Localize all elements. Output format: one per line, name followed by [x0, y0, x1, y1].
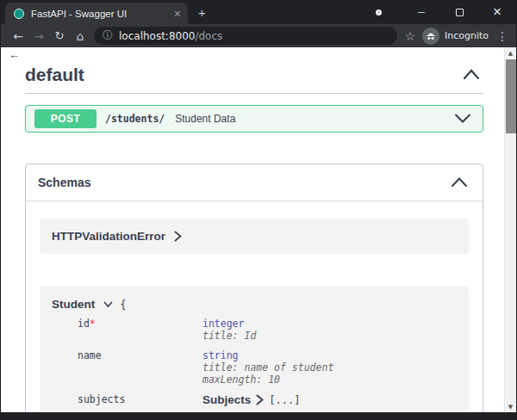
- forward-icon[interactable]: →: [28, 29, 49, 43]
- property-meta: maxLength: 10: [202, 374, 333, 386]
- property-name: id*: [78, 318, 202, 342]
- page-content: default POST /students/ Student Data Sch…: [1, 47, 504, 412]
- subjects-ref-toggle[interactable]: Subjects [...]: [202, 393, 300, 406]
- tab-close-icon[interactable]: ×: [174, 7, 181, 21]
- endpoint-summary: Student Data: [175, 113, 235, 125]
- property-name: name: [78, 349, 202, 386]
- url-path: /docs: [195, 30, 222, 42]
- tab-title: FastAPI - Swagger UI: [31, 9, 169, 19]
- minimize-button[interactable]: ─: [402, 0, 440, 24]
- model-httpvalidationerror[interactable]: HTTPValidationError: [40, 219, 469, 254]
- bookmark-star-icon[interactable]: ☆: [404, 29, 415, 43]
- incognito-icon: [422, 28, 439, 45]
- back-icon[interactable]: ←: [8, 29, 28, 43]
- section-default-title: default: [25, 65, 84, 85]
- property-meta: title: name of student: [202, 361, 333, 374]
- scroll-down-icon[interactable]: ▼: [505, 401, 516, 412]
- model-name: HTTPValidationError: [52, 230, 165, 243]
- schemas-section: Schemas HTTPValidationError: [25, 164, 483, 412]
- extension-icon[interactable]: [376, 9, 382, 15]
- model-student-toggle[interactable]: Student {: [52, 298, 457, 311]
- ref-model-name: Subjects: [202, 393, 251, 406]
- home-icon[interactable]: ⌂: [70, 29, 90, 43]
- property-row-subjects: subjects Subjects [...]: [78, 393, 457, 406]
- expand-chevron-icon[interactable]: [455, 111, 470, 127]
- url-host: localhost:8000: [119, 30, 195, 42]
- property-type: string: [202, 349, 333, 361]
- swagger-page: ← default POST /students/ Student Data: [1, 47, 516, 412]
- incognito-badge: Incognito: [422, 28, 489, 45]
- open-brace: {: [120, 299, 126, 311]
- address-bar[interactable]: ⓘ localhost:8000 /docs: [94, 27, 397, 45]
- required-star: *: [90, 318, 96, 330]
- incognito-label: Incognito: [445, 30, 489, 41]
- close-button[interactable]: ×: [478, 0, 516, 24]
- property-list: id* integer title: Id name string: [78, 318, 457, 406]
- opblock-post-students[interactable]: POST /students/ Student Data: [25, 105, 483, 133]
- expand-arrow-icon[interactable]: [256, 394, 264, 405]
- property-row-id: id* integer title: Id: [78, 318, 457, 342]
- maximize-button[interactable]: [440, 0, 478, 24]
- scroll-up-icon[interactable]: ▲: [505, 47, 516, 59]
- property-row-name: name string title: name of student maxLe…: [78, 349, 457, 386]
- property-meta: title: Id: [202, 330, 256, 342]
- site-info-icon[interactable]: ⓘ: [103, 28, 113, 43]
- collapse-chevron-icon[interactable]: [452, 175, 467, 190]
- schemas-title: Schemas: [38, 176, 90, 189]
- fastapi-favicon-icon: [14, 9, 24, 19]
- schemas-header[interactable]: Schemas: [26, 164, 483, 201]
- expand-arrow-icon[interactable]: [174, 231, 182, 242]
- window-bottom-edge: [1, 412, 516, 420]
- model-student: Student { id* integer title: [40, 287, 469, 412]
- collapse-chevron-icon[interactable]: [463, 67, 480, 83]
- new-tab-button[interactable]: +: [198, 5, 206, 20]
- titlebar: FastAPI - Swagger UI × + ─ ×: [1, 0, 516, 24]
- property-name: subjects: [78, 393, 202, 406]
- endpoint-path: /students/: [105, 113, 165, 125]
- ref-collapsed-indicator: [...]: [269, 394, 300, 406]
- menu-icon[interactable]: ⋮: [495, 29, 509, 43]
- section-default-header[interactable]: default: [25, 65, 483, 94]
- models-list: HTTPValidationError Student: [26, 201, 483, 412]
- method-badge: POST: [34, 109, 97, 128]
- browser-toolbar: ← → ↻ ⌂ ⓘ localhost:8000 /docs ☆ Incogni…: [1, 24, 516, 47]
- scroll-thumb[interactable]: [506, 59, 516, 133]
- chevron-down-icon[interactable]: [103, 301, 113, 308]
- maximize-icon: [456, 9, 464, 16]
- browser-window: FastAPI - Swagger UI × + ─ × ← → ↻ ⌂ ⓘ l…: [0, 0, 517, 420]
- vertical-scrollbar: ▲ ▼: [504, 47, 516, 412]
- model-name: Student: [52, 298, 95, 311]
- window-controls: ─ ×: [376, 0, 516, 24]
- browser-tab[interactable]: FastAPI - Swagger UI ×: [5, 3, 188, 24]
- property-type: integer: [202, 318, 256, 330]
- reload-icon[interactable]: ↻: [49, 29, 70, 42]
